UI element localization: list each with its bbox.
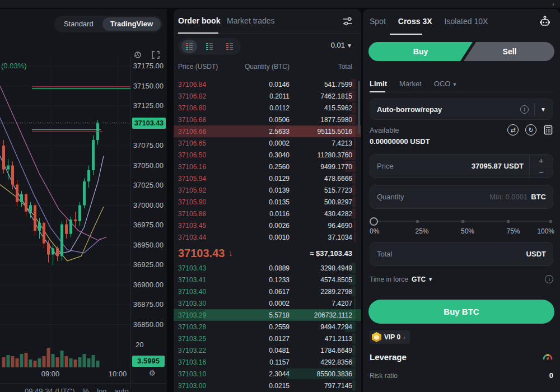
orderbook-bid-row[interactable]: 37103.400.06172289.2798 [174, 286, 361, 297]
orderbook-ask-row[interactable]: 37103.440.001037.1034 [174, 231, 361, 243]
orderbook-both-icon[interactable] [181, 40, 197, 53]
precision-dropdown[interactable]: 0.01▼ [331, 41, 352, 49]
scale-percent-button[interactable]: % [83, 387, 90, 392]
total-cell: 96.4690 [290, 222, 352, 230]
chevron-down-icon[interactable]: ▼ [540, 106, 546, 113]
quantity-input[interactable]: Quantity Min: 0.0001 BTC [370, 185, 553, 209]
orderbook-ask-row[interactable]: 37106.160.25609499.1770 [174, 161, 361, 172]
top-collapse-bar[interactable]: › [0, 0, 560, 8]
total-input[interactable]: Total USDT [370, 242, 553, 266]
trading-bot-icon[interactable] [538, 15, 552, 29]
tab-market[interactable]: Market [399, 80, 422, 88]
slider-label[interactable]: 50% [461, 227, 474, 235]
tab-cross-3x[interactable]: Cross 3X [398, 17, 432, 26]
orderbook-ask-row[interactable]: 37105.900.0135500.9297 [174, 196, 361, 208]
orderbook-ask-row[interactable]: 37106.800.0112415.5962 [174, 102, 361, 114]
orderbook-ask-row[interactable]: 37106.662.563395115.5016 [174, 125, 361, 137]
slider-tick[interactable] [507, 220, 510, 223]
quantity-cell: 0.0506 [236, 116, 290, 124]
orderbook-ask-row[interactable]: 37105.940.0129478.6666 [174, 172, 361, 184]
orderbook-bid-row[interactable]: 37103.300.00027.4207 [174, 297, 361, 309]
minus-icon[interactable]: − [530, 166, 553, 178]
slider-label[interactable]: 75% [507, 227, 520, 235]
price-cell: 37103.22 [178, 347, 236, 354]
info-icon[interactable]: i [520, 105, 529, 114]
orderbook-ask-row[interactable]: 37106.650.00027.4213 [174, 137, 361, 149]
tab-oco[interactable]: OCO▼ [434, 80, 458, 88]
orderbook-bid-row[interactable]: 37103.250.0127471.2113 [174, 333, 361, 344]
tif-value[interactable]: GTC [412, 276, 426, 283]
info-icon[interactable]: i [545, 275, 553, 283]
slider-tick[interactable] [461, 220, 464, 223]
sell-toggle-button[interactable]: Sell [465, 42, 554, 61]
slider-label[interactable]: 100% [537, 227, 554, 235]
orderbook-ask-row[interactable]: 37106.840.0146541.7599 [174, 78, 361, 90]
price-input[interactable]: Price 37095.87 USDT + − [370, 154, 553, 178]
vip-badge[interactable]: VIP 0 › [370, 330, 410, 344]
orderbook-bid-row[interactable]: 37103.295.5718206732.1112 [174, 309, 361, 321]
orderbook-bid-row[interactable]: 37103.102.304485500.3836 [174, 368, 361, 380]
tab-spot[interactable]: Spot [370, 17, 386, 26]
price-cell: 37103.44 [178, 234, 236, 241]
time-axis[interactable]: ⚙ 09:0010:00 [0, 367, 167, 380]
chart-clock[interactable]: 09:49:34 (UTC) [25, 387, 75, 392]
plus-icon[interactable]: + [530, 155, 553, 166]
tab-standard[interactable]: Standard [56, 17, 101, 31]
quantity-cell: 0.0617 [236, 288, 290, 296]
settings-gear-icon[interactable]: ⚙ [148, 368, 156, 377]
auto-repay-icon[interactable]: ↻ [525, 124, 536, 136]
tab-isolated-10x[interactable]: Isolated 10X [445, 17, 488, 26]
price-value: 37095.87 USDT [472, 162, 524, 170]
calculator-icon[interactable] [543, 125, 553, 135]
scale-log-button[interactable]: log [97, 387, 106, 392]
price-axis-tick: 37125.00 [133, 101, 164, 110]
chevron-right-icon[interactable]: › [552, 0, 554, 8]
risk-ratio-value: 0 [549, 371, 553, 380]
buy-toggle-button[interactable]: Buy [368, 42, 473, 61]
slider-label[interactable]: 0% [370, 227, 379, 235]
price-cell: 37105.92 [178, 186, 236, 194]
buy-btc-button[interactable]: Buy BTC [368, 300, 554, 324]
orderbook-bid-row[interactable]: 37103.000.0215797.7145 [174, 380, 361, 391]
orderbook-bids-only-icon[interactable] [202, 40, 217, 53]
orderbook-asks-only-icon[interactable] [222, 40, 237, 53]
orderbook-bid-row[interactable]: 37103.220.04811784.6649 [174, 344, 361, 356]
orderbook-filter-icon[interactable] [342, 16, 353, 27]
orderbook-bid-row[interactable]: 37103.160.11574292.8356 [174, 356, 361, 368]
orderbook-bid-row[interactable]: 37103.430.08893298.4949 [174, 262, 361, 274]
slider-tick[interactable] [416, 220, 419, 223]
candlestick-chart[interactable] [0, 56, 130, 376]
orderbook-ask-row[interactable]: 37105.920.0139515.7723 [174, 184, 361, 196]
price-axis[interactable]: 37175.0037150.0037125.0037075.0037050.00… [130, 56, 167, 389]
orderbook-bid-row[interactable]: 37103.280.25599494.7294 [174, 321, 361, 333]
total-cell: 471.2113 [290, 335, 352, 343]
orderbook-scrollbar[interactable] [358, 81, 360, 134]
slider-label[interactable]: 25% [416, 227, 429, 235]
orderbook-ask-row[interactable]: 37103.450.002696.4690 [174, 220, 361, 231]
auto-borrow-select[interactable]: Auto-borrow/repay i ▼ [370, 99, 553, 120]
price-cell: 37106.16 [178, 163, 236, 171]
col-total: Total [290, 63, 352, 71]
slider-handle[interactable] [370, 217, 378, 226]
chevron-down-icon[interactable]: ▼ [428, 277, 433, 282]
total-cell: 3298.4949 [290, 264, 352, 272]
tab-order-book[interactable]: Order book [178, 16, 220, 25]
leverage-gauge-icon[interactable] [542, 352, 553, 362]
tab-tradingview[interactable]: TradingView [102, 17, 161, 31]
orderbook-ask-row[interactable]: 37105.880.0116430.4282 [174, 208, 361, 220]
orderbook-ask-row[interactable]: 37106.820.20117462.1815 [174, 90, 361, 102]
tab-limit[interactable]: Limit [370, 80, 387, 88]
orderbook-ask-row[interactable]: 37106.500.304011280.3760 [174, 149, 361, 161]
price-axis-tick: 37050.00 [133, 161, 164, 170]
price-cell: 37103.10 [178, 370, 236, 378]
scale-auto-button[interactable]: auto [115, 387, 129, 392]
total-cell: 1784.6649 [290, 347, 352, 354]
slider-tick[interactable] [549, 220, 552, 223]
orderbook-column-headers: Price (USDT) Quantity (BTC) Total [174, 63, 361, 71]
tab-market-trades[interactable]: Market trades [227, 16, 275, 25]
orderbook-ask-row[interactable]: 37106.680.05061877.5980 [174, 114, 361, 125]
transfer-icon[interactable]: ⇄ [507, 124, 519, 136]
amount-slider[interactable] [371, 217, 552, 225]
last-price-row[interactable]: 37103.43 ↓ ≈ $37,103.43 [174, 244, 361, 262]
orderbook-bid-row[interactable]: 37103.410.12334574.8505 [174, 274, 361, 286]
